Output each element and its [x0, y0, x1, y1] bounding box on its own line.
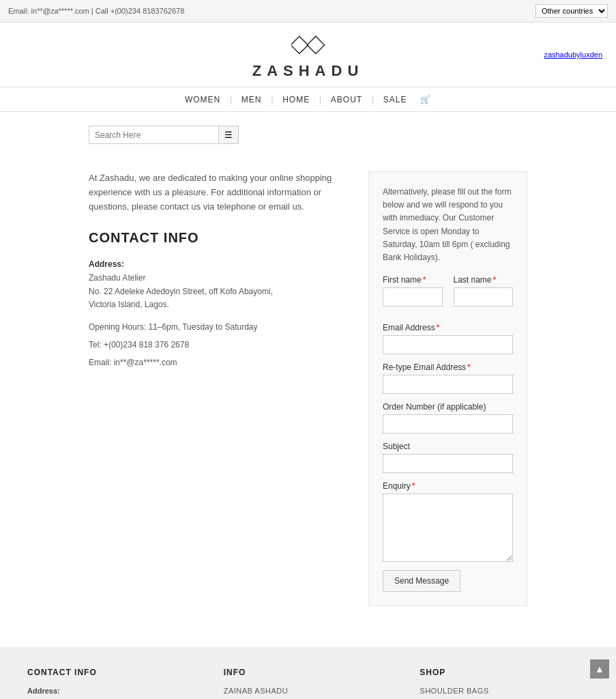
order-number-label: Order Number (if applicable)	[383, 402, 513, 412]
retype-email-input[interactable]	[383, 375, 513, 394]
opening-hours: Opening Hours: 11–6pm, Tuesday to Saturd…	[89, 322, 348, 332]
search-input[interactable]	[89, 127, 218, 143]
footer-link-zainab[interactable]: ZAINAB ASHADU	[224, 687, 393, 695]
last-name-label: Last name*	[454, 275, 514, 285]
first-name-label: First name*	[383, 275, 443, 285]
logo-link[interactable]: ZASHADU	[14, 35, 602, 80]
header: zashadubyluxden ZASHADU	[0, 23, 616, 87]
last-name-input[interactable]	[454, 287, 514, 306]
subject-group: Subject	[383, 442, 513, 473]
footer-address-label: Address:	[27, 687, 196, 695]
email-group: Email Address*	[383, 323, 513, 354]
tel: Tel: +(00)234 818 376 2678	[89, 340, 348, 350]
footer-info-title: INFO	[224, 668, 393, 677]
nav-sale[interactable]: SALE	[383, 95, 407, 104]
logo-icon	[14, 35, 602, 59]
search-bar: ☰	[89, 126, 239, 144]
nav-home[interactable]: HOME	[282, 95, 310, 104]
first-name-group: First name*	[383, 275, 443, 306]
send-message-button[interactable]: Send Message	[383, 570, 460, 592]
email-input[interactable]	[383, 335, 513, 354]
left-panel: At Zashadu, we are dedicated to making y…	[89, 171, 348, 606]
scroll-top-button[interactable]: ▲	[590, 659, 609, 679]
footer-contact-title: CONTACT INFO	[27, 668, 196, 677]
enquiry-group: Enquiry*	[383, 481, 513, 562]
subject-input[interactable]	[383, 454, 513, 473]
footer-top: CONTACT INFO Address: Zashadu Atelier No…	[27, 668, 589, 699]
footer-shop-title: SHOP	[420, 668, 589, 677]
email-label: Email Address*	[383, 323, 513, 332]
nav-women[interactable]: WOMEN	[185, 95, 220, 104]
footer-shop-col: SHOP SHOULDER BAGS MINI BAGS TOP HANDLE …	[420, 668, 589, 699]
search-section: ☰	[0, 112, 616, 158]
nav-men[interactable]: MEN	[241, 95, 262, 104]
svg-rect-0	[291, 36, 308, 53]
address-label: Address:	[89, 259, 348, 269]
email: Email: in**@za*****.com	[89, 358, 348, 367]
order-number-group: Order Number (if applicable)	[383, 402, 513, 433]
contact-info-title: CONTACT INFO	[89, 230, 348, 246]
main-content: At Zashadu, we are dedicated to making y…	[0, 158, 616, 620]
social-handle-link[interactable]: zashadubyluxden	[544, 51, 602, 59]
retype-email-group: Re-type Email Address*	[383, 362, 513, 394]
first-name-input[interactable]	[383, 287, 443, 306]
main-nav: WOMEN | MEN | HOME | ABOUT | SALE 🛒	[0, 87, 616, 112]
search-button[interactable]: ☰	[218, 126, 238, 143]
form-intro: Alternatively, please fill out the form …	[383, 186, 513, 264]
footer-link-shoulder-bags[interactable]: SHOULDER BAGS	[420, 687, 589, 695]
footer-contact-col: CONTACT INFO Address: Zashadu Atelier No…	[27, 668, 196, 699]
nav-cart[interactable]: 🛒	[420, 95, 431, 104]
footer: CONTACT INFO Address: Zashadu Atelier No…	[0, 647, 616, 699]
retype-email-label: Re-type Email Address*	[383, 362, 513, 372]
top-contact-info: Email: in**@za*****.com | Call +(00)234 …	[8, 7, 184, 15]
name-row: First name* Last name*	[383, 275, 513, 315]
contact-form-panel: Alternatively, please fill out the form …	[368, 171, 527, 606]
subject-label: Subject	[383, 442, 513, 451]
logo-text: ZASHADU	[14, 62, 602, 80]
enquiry-textarea[interactable]	[383, 494, 513, 562]
order-number-input[interactable]	[383, 414, 513, 433]
logo-svg	[291, 35, 325, 59]
country-selector[interactable]: Other countries UK USA Nigeria	[536, 4, 608, 18]
last-name-group: Last name*	[454, 275, 514, 306]
top-bar: Email: in**@za*****.com | Call +(00)234 …	[0, 0, 616, 23]
svg-rect-1	[307, 36, 324, 53]
enquiry-label: Enquiry*	[383, 481, 513, 491]
address-detail: Zashadu Atelier No. 22 Adeleke Adedoyin …	[89, 272, 348, 311]
footer-info-col: INFO ZAINAB ASHADU OUR PRACTICES DELIVER…	[224, 668, 393, 699]
intro-text: At Zashadu, we are dedicated to making y…	[89, 171, 348, 214]
nav-about[interactable]: ABOUT	[331, 95, 362, 104]
